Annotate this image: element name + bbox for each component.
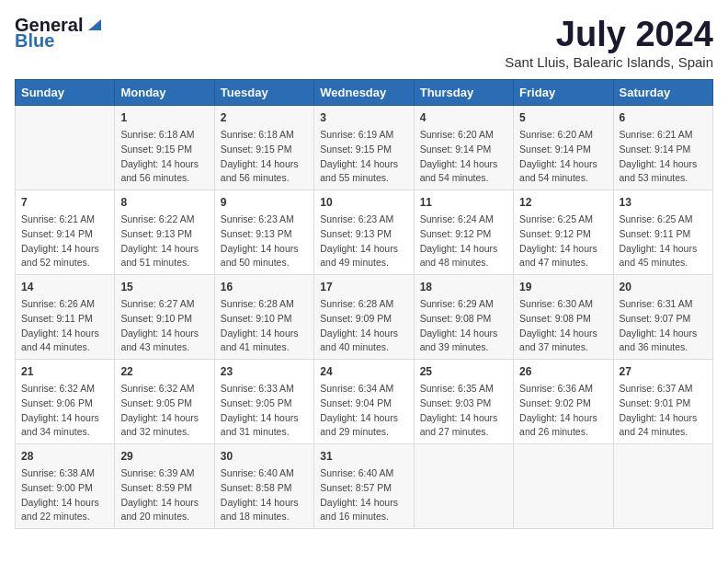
day-number: 4	[420, 109, 507, 126]
day-number: 14	[21, 279, 108, 295]
cell-info: Sunrise: 6:37 AM Sunset: 9:01 PM Dayligh…	[620, 382, 707, 440]
calendar-cell: 18Sunrise: 6:29 AM Sunset: 9:08 PM Dayli…	[414, 275, 513, 360]
cell-info: Sunrise: 6:25 AM Sunset: 9:12 PM Dayligh…	[519, 213, 607, 270]
column-header-friday: Friday	[514, 80, 613, 106]
column-header-sunday: Sunday	[16, 80, 115, 106]
day-number: 5	[519, 109, 607, 126]
day-number: 7	[21, 194, 108, 211]
calendar-week-row: 7Sunrise: 6:21 AM Sunset: 9:14 PM Daylig…	[16, 190, 713, 275]
day-number: 6	[620, 109, 707, 126]
calendar-cell: 26Sunrise: 6:36 AM Sunset: 9:02 PM Dayli…	[514, 360, 613, 444]
calendar-cell: 29Sunrise: 6:39 AM Sunset: 8:59 PM Dayli…	[115, 444, 214, 529]
day-number: 19	[519, 279, 607, 295]
cell-info: Sunrise: 6:32 AM Sunset: 9:05 PM Dayligh…	[120, 382, 208, 440]
cell-info: Sunrise: 6:34 AM Sunset: 9:04 PM Dayligh…	[320, 382, 407, 440]
column-header-wednesday: Wednesday	[314, 80, 414, 106]
calendar-cell: 19Sunrise: 6:30 AM Sunset: 9:08 PM Dayli…	[514, 275, 613, 360]
day-number: 23	[221, 363, 308, 380]
calendar-cell: 28Sunrise: 6:38 AM Sunset: 9:00 PM Dayli…	[16, 444, 115, 529]
cell-info: Sunrise: 6:23 AM Sunset: 9:13 PM Dayligh…	[221, 213, 308, 270]
calendar-cell: 10Sunrise: 6:23 AM Sunset: 9:13 PM Dayli…	[314, 190, 414, 275]
column-header-monday: Monday	[115, 80, 214, 106]
cell-info: Sunrise: 6:21 AM Sunset: 9:14 PM Dayligh…	[21, 213, 108, 270]
cell-info: Sunrise: 6:38 AM Sunset: 9:00 PM Dayligh…	[21, 466, 108, 524]
cell-info: Sunrise: 6:32 AM Sunset: 9:06 PM Dayligh…	[21, 382, 108, 440]
calendar-week-row: 1Sunrise: 6:18 AM Sunset: 9:15 PM Daylig…	[16, 106, 713, 190]
day-number: 22	[120, 363, 208, 380]
cell-info: Sunrise: 6:39 AM Sunset: 8:59 PM Dayligh…	[120, 466, 208, 524]
calendar-cell: 16Sunrise: 6:28 AM Sunset: 9:10 PM Dayli…	[214, 275, 313, 360]
column-header-tuesday: Tuesday	[214, 80, 313, 106]
day-number: 16	[221, 279, 308, 295]
calendar-week-row: 14Sunrise: 6:26 AM Sunset: 9:11 PM Dayli…	[16, 275, 713, 360]
day-number: 12	[519, 194, 607, 211]
cell-info: Sunrise: 6:23 AM Sunset: 9:13 PM Dayligh…	[320, 213, 407, 270]
day-number: 3	[320, 109, 407, 126]
calendar-cell: 8Sunrise: 6:22 AM Sunset: 9:13 PM Daylig…	[115, 190, 214, 275]
cell-info: Sunrise: 6:24 AM Sunset: 9:12 PM Dayligh…	[420, 213, 507, 270]
column-header-thursday: Thursday	[414, 80, 513, 106]
day-number: 10	[320, 194, 407, 211]
calendar-cell: 12Sunrise: 6:25 AM Sunset: 9:12 PM Dayli…	[514, 190, 613, 275]
cell-info: Sunrise: 6:40 AM Sunset: 8:58 PM Dayligh…	[221, 466, 308, 524]
title-area: July 2024 Sant Lluis, Balearic Islands, …	[505, 15, 713, 70]
calendar-cell: 6Sunrise: 6:21 AM Sunset: 9:14 PM Daylig…	[613, 106, 712, 190]
calendar-cell: 3Sunrise: 6:19 AM Sunset: 9:15 PM Daylig…	[314, 106, 414, 190]
calendar-cell: 2Sunrise: 6:18 AM Sunset: 9:15 PM Daylig…	[214, 106, 313, 190]
cell-info: Sunrise: 6:21 AM Sunset: 9:14 PM Dayligh…	[620, 128, 707, 186]
day-number: 2	[221, 109, 308, 126]
calendar-cell: 7Sunrise: 6:21 AM Sunset: 9:14 PM Daylig…	[16, 190, 115, 275]
cell-info: Sunrise: 6:22 AM Sunset: 9:13 PM Dayligh…	[120, 213, 208, 270]
calendar-cell: 1Sunrise: 6:18 AM Sunset: 9:15 PM Daylig…	[115, 106, 214, 190]
logo: General Blue	[15, 15, 101, 52]
day-number: 1	[120, 109, 208, 126]
cell-info: Sunrise: 6:20 AM Sunset: 9:14 PM Dayligh…	[519, 128, 607, 186]
day-number: 25	[420, 363, 507, 380]
cell-info: Sunrise: 6:29 AM Sunset: 9:08 PM Dayligh…	[420, 297, 507, 355]
calendar-cell: 23Sunrise: 6:33 AM Sunset: 9:05 PM Dayli…	[214, 360, 313, 444]
column-header-saturday: Saturday	[613, 80, 712, 106]
calendar-cell	[16, 106, 115, 190]
day-number: 15	[120, 279, 208, 295]
day-number: 31	[320, 448, 407, 465]
cell-info: Sunrise: 6:35 AM Sunset: 9:03 PM Dayligh…	[420, 382, 507, 440]
calendar-cell: 11Sunrise: 6:24 AM Sunset: 9:12 PM Dayli…	[414, 190, 513, 275]
cell-info: Sunrise: 6:18 AM Sunset: 9:15 PM Dayligh…	[221, 128, 308, 186]
calendar-table: SundayMondayTuesdayWednesdayThursdayFrid…	[15, 79, 713, 529]
calendar-cell: 31Sunrise: 6:40 AM Sunset: 8:57 PM Dayli…	[314, 444, 414, 529]
calendar-cell: 9Sunrise: 6:23 AM Sunset: 9:13 PM Daylig…	[214, 190, 313, 275]
cell-info: Sunrise: 6:26 AM Sunset: 9:11 PM Dayligh…	[21, 297, 108, 355]
calendar-cell	[514, 444, 613, 529]
cell-info: Sunrise: 6:27 AM Sunset: 9:10 PM Dayligh…	[120, 297, 208, 355]
day-number: 9	[221, 194, 308, 211]
calendar-cell: 30Sunrise: 6:40 AM Sunset: 8:58 PM Dayli…	[214, 444, 313, 529]
cell-info: Sunrise: 6:20 AM Sunset: 9:14 PM Dayligh…	[420, 128, 507, 186]
calendar-cell: 17Sunrise: 6:28 AM Sunset: 9:09 PM Dayli…	[314, 275, 414, 360]
day-number: 30	[221, 448, 308, 465]
calendar-cell: 15Sunrise: 6:27 AM Sunset: 9:10 PM Dayli…	[115, 275, 214, 360]
page-header: General Blue July 2024 Sant Lluis, Balea…	[15, 15, 713, 70]
calendar-header-row: SundayMondayTuesdayWednesdayThursdayFrid…	[16, 80, 713, 106]
day-number: 29	[120, 448, 208, 465]
calendar-cell: 13Sunrise: 6:25 AM Sunset: 9:11 PM Dayli…	[613, 190, 712, 275]
calendar-week-row: 21Sunrise: 6:32 AM Sunset: 9:06 PM Dayli…	[16, 360, 713, 444]
calendar-cell: 21Sunrise: 6:32 AM Sunset: 9:06 PM Dayli…	[16, 360, 115, 444]
subtitle: Sant Lluis, Balearic Islands, Spain	[505, 54, 713, 70]
logo-triangle-icon	[85, 16, 101, 32]
calendar-cell: 14Sunrise: 6:26 AM Sunset: 9:11 PM Dayli…	[16, 275, 115, 360]
calendar-week-row: 28Sunrise: 6:38 AM Sunset: 9:00 PM Dayli…	[16, 444, 713, 529]
calendar-cell	[414, 444, 513, 529]
cell-info: Sunrise: 6:30 AM Sunset: 9:08 PM Dayligh…	[519, 297, 607, 355]
day-number: 18	[420, 279, 507, 295]
calendar-cell: 24Sunrise: 6:34 AM Sunset: 9:04 PM Dayli…	[314, 360, 414, 444]
calendar-cell: 25Sunrise: 6:35 AM Sunset: 9:03 PM Dayli…	[414, 360, 513, 444]
calendar-cell: 4Sunrise: 6:20 AM Sunset: 9:14 PM Daylig…	[414, 106, 513, 190]
day-number: 20	[620, 279, 707, 295]
cell-info: Sunrise: 6:28 AM Sunset: 9:10 PM Dayligh…	[221, 297, 308, 355]
svg-marker-0	[88, 19, 101, 30]
day-number: 24	[320, 363, 407, 380]
cell-info: Sunrise: 6:40 AM Sunset: 8:57 PM Dayligh…	[320, 466, 407, 524]
day-number: 8	[120, 194, 208, 211]
cell-info: Sunrise: 6:36 AM Sunset: 9:02 PM Dayligh…	[519, 382, 607, 440]
calendar-cell	[613, 444, 712, 529]
